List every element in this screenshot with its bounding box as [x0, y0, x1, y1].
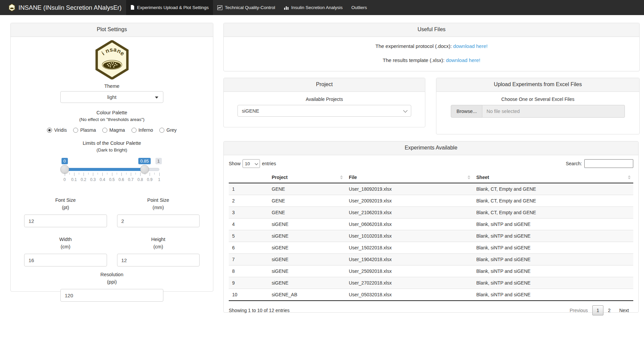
- radio-plasma[interactable]: Plasma: [73, 127, 96, 133]
- limits-note: (Dark to Bright): [24, 147, 200, 153]
- scale-tick-label: 0.1: [71, 177, 77, 182]
- protocol-text: The experimental protocol (.docx):: [375, 43, 452, 49]
- scale-tick-label: 0.8: [138, 177, 143, 182]
- radio-button-icon: [159, 128, 164, 133]
- search-input[interactable]: [584, 159, 633, 168]
- scale-tick-label: 0.4: [100, 177, 105, 182]
- height-input[interactable]: [117, 254, 200, 266]
- pagination-previous[interactable]: Previous: [565, 305, 592, 315]
- scale-tick-label: 1: [158, 177, 160, 182]
- radio-viridis[interactable]: Viridis: [47, 127, 67, 133]
- browse-button[interactable]: Browse...: [451, 105, 482, 118]
- scale-tick-label: 0.5: [109, 177, 115, 182]
- project-select[interactable]: siGENE: [237, 105, 411, 117]
- theme-select[interactable]: light: [60, 91, 163, 103]
- page-length-value: 10: [245, 161, 250, 166]
- tab-label: Outliers: [351, 5, 367, 10]
- template-download-link[interactable]: download here!: [446, 57, 480, 63]
- chevron-down-icon: [403, 108, 408, 113]
- table-row[interactable]: 3GENE User_21062019.xlsxBlank, CT, Empty…: [229, 207, 633, 219]
- column-header-file[interactable]: File: [345, 172, 473, 183]
- plot-settings-panel: Plot Settings i n s a n e Them: [10, 23, 213, 292]
- pagination-page-2[interactable]: 2: [603, 305, 615, 315]
- entries-label: entries: [262, 161, 276, 166]
- table-row[interactable]: 2GENE User_20092019.xlsxBlank, CT, Empty…: [229, 195, 633, 207]
- panel-title: Upload Experiments from Excel Files: [436, 78, 639, 92]
- radio-button-icon: [47, 128, 52, 133]
- column-header-index[interactable]: [229, 172, 268, 183]
- point-size-input[interactable]: [117, 215, 200, 227]
- radio-label: Viridis: [54, 127, 67, 133]
- scale-tick-label: 0.7: [128, 177, 134, 182]
- width-input[interactable]: [24, 254, 107, 266]
- tab-label: Insulin Secretion Analysis: [291, 5, 342, 10]
- point-size-label: Point Size: [117, 197, 200, 203]
- page-length-select[interactable]: 10: [243, 159, 260, 168]
- choose-files-label: Choose One or Several Excel Files: [451, 97, 625, 102]
- table-row[interactable]: 6siGENE User_15022018.xlsxBlank, siNTP a…: [229, 242, 633, 254]
- table-row[interactable]: 7siGENE User_19042018.xlsxBlank, siNTP a…: [229, 254, 633, 265]
- radio-button-icon: [102, 128, 107, 133]
- table-row[interactable]: 5siGENE User_10102018.xlsxBlank, siNTP a…: [229, 230, 633, 242]
- table-length-control: Show 10 entries: [229, 159, 276, 168]
- experiments-panel: Experiments Available Show 10 entries Se…: [223, 141, 639, 313]
- slider-to-label: 0.85: [138, 158, 151, 164]
- radio-magma[interactable]: Magma: [102, 127, 125, 133]
- column-header-label: Sheet: [476, 175, 489, 180]
- pagination: Previous 1 2 Next: [565, 305, 633, 315]
- palette-note: (No effect on "thresholds areas"): [24, 117, 200, 122]
- table-row[interactable]: 10siGENE_AB User_05032018.xlsxBlank, siN…: [229, 289, 633, 301]
- column-header-label: File: [349, 175, 357, 180]
- column-header-sheet[interactable]: Sheet: [473, 172, 633, 183]
- insane-logo-icon: [8, 4, 15, 11]
- bar-chart-icon: [284, 5, 289, 10]
- slider-from-label: 0: [61, 158, 68, 164]
- radio-label: Magma: [109, 127, 125, 133]
- file-icon: [130, 5, 135, 10]
- point-size-unit: (mm): [117, 205, 200, 210]
- sort-icon: [628, 175, 631, 179]
- useful-files-panel: Useful Files The experimental protocol (…: [223, 23, 640, 71]
- table-row[interactable]: 8siGENE User_25092018.xlsxBlank, siNTP a…: [229, 265, 633, 277]
- resolution-input[interactable]: [60, 289, 163, 302]
- template-text: The results template (.xlsx):: [383, 57, 444, 63]
- radio-inferno[interactable]: Inferno: [131, 127, 153, 133]
- tab-outliers[interactable]: Outliers: [347, 0, 371, 15]
- slider-scale: 0 0.1 0.2 0.3 0.4 0.5 0.6 0.7 0.8 0.9 1: [65, 177, 159, 183]
- font-size-input[interactable]: [24, 215, 107, 227]
- experiments-table: Project File Sheet 1GENE User_: [229, 172, 633, 301]
- pagination-next[interactable]: Next: [615, 305, 633, 315]
- tab-label: Technical Quality-Control: [225, 5, 275, 10]
- protocol-download-link[interactable]: download here!: [453, 43, 488, 49]
- scale-tick-label: 0.3: [90, 177, 96, 182]
- search-label: Search:: [566, 161, 582, 166]
- upload-panel: Upload Experiments from Excel Files Choo…: [436, 78, 640, 134]
- app-brand: INSANE (INsulin Secretion ANalysEr): [0, 0, 126, 15]
- resolution-label: Resolution: [24, 272, 200, 277]
- chevron-down-icon: [255, 162, 258, 165]
- tab-experiments-upload[interactable]: Experiments Upload & Plot Settings: [126, 0, 213, 15]
- panel-title: Project: [224, 78, 425, 92]
- theme-label: Theme: [24, 83, 200, 89]
- palette-radio-group: Viridis Plasma Magma Inferno Grey: [24, 127, 200, 133]
- table-info: Showing 1 to 10 of 12 entries: [229, 308, 289, 313]
- navbar: INSANE (INsulin Secretion ANalysEr) Expe…: [0, 0, 644, 15]
- column-header-project[interactable]: Project: [268, 172, 345, 183]
- insane-hex-logo: i n s a n e: [95, 40, 129, 79]
- table-header-row: Project File Sheet: [229, 172, 633, 183]
- column-header-label: Project: [272, 175, 287, 180]
- height-unit: (cm): [117, 244, 200, 249]
- caret-down-icon: [155, 97, 158, 99]
- radio-grey[interactable]: Grey: [159, 127, 176, 133]
- font-size-label: Font Size: [24, 197, 107, 203]
- tab-label: Experiments Upload & Plot Settings: [137, 5, 209, 10]
- table-row[interactable]: 4siGENE User_06062018.xlsxBlank, siNTP a…: [229, 219, 633, 230]
- tab-insulin-analysis[interactable]: Insulin Secretion Analysis: [279, 0, 347, 15]
- table-row[interactable]: 9siGENE User_27022018.xlsxBlank, siNTP a…: [229, 277, 633, 289]
- file-selected-field: No file selected: [482, 105, 625, 118]
- sort-icon: [340, 175, 343, 179]
- panel-title: Useful Files: [224, 23, 639, 37]
- pagination-page-1[interactable]: 1: [592, 305, 604, 315]
- table-row[interactable]: 1GENE User_18092019.xlsxBlank, CT, Empty…: [229, 183, 633, 195]
- tab-technical-qc[interactable]: Technical Quality-Control: [213, 0, 279, 15]
